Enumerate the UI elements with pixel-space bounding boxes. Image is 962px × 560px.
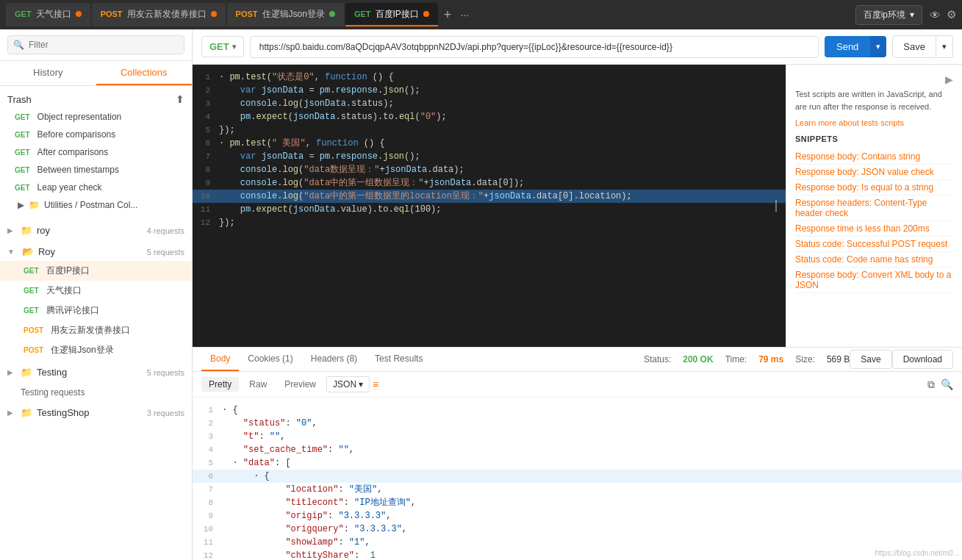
snippet-6[interactable]: Status code: Successful POST request [795,237,953,252]
group-testingshop-header[interactable]: ▶ 📁 TestingShop 3 requests [0,403,192,422]
tab-baidu[interactable]: GET 百度IP接口 [345,3,438,26]
save-chevron-button[interactable]: ▾ [936,35,953,58]
method-badge-get3: GET [12,148,33,157]
preview-button[interactable]: Preview [277,377,323,392]
sidebar-item-after[interactable]: GET After comparisons [0,143,192,161]
cursor-indicator [775,200,777,212]
folder-icon-img: 📁 [29,200,40,210]
group-Roy: ▼ 📂 Roy 5 requests GET 百度IP接口 GET 天气接口 G… [0,243,192,360]
group-roy-header[interactable]: ▶ 📁 roy 4 requests [0,221,192,240]
json-line-2: 2 "status": "0", [193,417,962,430]
group-testing-header[interactable]: ▶ 📁 Testing 5 requests [0,363,192,381]
wrap-icon[interactable]: ≡ [373,378,378,390]
url-input[interactable] [250,36,819,58]
import-icon[interactable]: ⬆ [176,93,184,105]
snippets-collapse-icon[interactable]: ▶ [945,73,953,85]
tab-tianqi[interactable]: GET 天气接口 [6,3,90,26]
json-format-select[interactable]: JSON ▾ [326,376,370,392]
method-badge-get4: GET [12,165,33,175]
snippet-3[interactable]: Response body: Is equal to a string [795,180,953,195]
snippet-8[interactable]: Response body: Convert XML body to a JSO… [795,268,953,293]
env-chevron-icon: ▾ [910,10,914,20]
trash-header[interactable]: Trash ⬆ [0,90,192,108]
tab-collections[interactable]: Collections [96,61,193,85]
item-name-leap: Leap year check [37,182,184,193]
status-label: Status: [644,354,671,365]
resp-tab-headers[interactable]: Headers (8) [302,348,366,371]
response-format-bar: Pretty Raw Preview JSON ▾ ≡ ⧉ 🔍 [193,372,962,398]
gear-icon[interactable]: ⚙ [947,8,956,21]
sidebar-item-zhuluo2[interactable]: POST 住逻辑Json登录 [0,340,192,360]
sidebar-item-baiduIP[interactable]: GET 百度IP接口 [0,261,192,281]
snippets-learn-link[interactable]: Learn more about tests scripts [795,118,953,127]
sidebar-item-between[interactable]: GET Between timestamps [0,161,192,179]
download-button[interactable]: Download [892,350,953,369]
snippets-panel: ▶ Test scripts are written in JavaScript… [786,65,962,347]
send-chevron-button[interactable]: ▾ [870,36,886,57]
watermark: https://blog.csdn.net/m0... [875,549,959,557]
resp-tab-body[interactable]: Body [201,348,239,371]
sidebar-tabs: History Collections [0,61,192,86]
time-label: Time: [725,354,747,365]
testing-requests-label: Testing requests [0,384,192,401]
snippet-5[interactable]: Response time is less than 200ms [795,221,953,237]
chevron-testing: ▶ [7,368,13,376]
pretty-button[interactable]: Pretty [201,377,239,392]
group-Roy-header[interactable]: ▼ 📂 Roy 5 requests [0,243,192,261]
sidebar-item-object[interactable]: GET Object representation [0,108,192,126]
snippet-1[interactable]: Response body: Contains string [795,149,953,165]
status-info: Status: 200 OK Time: 79 ms Size: 569 B [644,354,850,365]
tab-method-get2: GET [354,10,371,18]
code-line-1: 1 · pm.test("状态是0", function () { [193,71,786,84]
code-line-9: 9 console.log("data中的第一组数据呈现："+jsonData.… [193,176,786,190]
group-testingshop-count: 3 requests [147,409,184,417]
sidebar-item-youyun2[interactable]: POST 用友云新发债券接口 [0,320,192,340]
method-select[interactable]: GET ▾ [201,36,244,57]
sidebar-item-before[interactable]: GET Before comparisons [0,126,192,143]
item-name-before: Before comparisons [37,129,184,140]
save-response-button[interactable]: Save [850,350,891,369]
search-json-icon[interactable]: 🔍 [941,378,953,391]
method-get-baidu: GET [21,266,42,276]
sidebar-item-tianqi2[interactable]: GET 天气接口 [0,281,192,301]
group-testing-count: 5 requests [147,368,184,377]
sidebar: 🔍 History Collections Trash ⬆ GET Object… [0,29,193,560]
tab-zhuluo[interactable]: POST 住逻辑Json登录 [227,3,344,26]
tab-more-button[interactable]: ··· [457,9,472,21]
search-input[interactable] [7,35,184,54]
eye-icon[interactable]: 👁 [930,9,941,21]
env-label: 百度ip环境 [864,9,905,21]
right-icons: ⧉ 🔍 [927,378,953,391]
environment-select[interactable]: 百度ip环境 ▾ [855,5,922,25]
tab-youyun[interactable]: POST 用友云新发债券接口 [92,3,226,26]
snippet-7[interactable]: Status code: Code name has string [795,252,953,268]
tab-add-button[interactable]: + [439,7,456,23]
send-button[interactable]: Send [825,36,870,57]
item-tencent: 腾讯评论接口 [46,304,184,317]
folder-icon-Roy: 📂 [22,246,34,257]
copy-icon[interactable]: ⧉ [927,378,935,391]
chevron-Roy: ▼ [7,248,15,256]
snippet-4[interactable]: Response headers: Content-Type header ch… [795,195,953,221]
raw-button[interactable]: Raw [242,377,274,392]
group-Roy-count: 5 requests [147,248,184,256]
save-button[interactable]: Save [892,35,936,58]
code-editor[interactable]: 1 · pm.test("状态是0", function () { 2 var … [193,65,786,347]
method-value: GET [209,41,229,52]
request-bar: GET ▾ Send ▾ Save ▾ [193,29,962,65]
sidebar-item-leap[interactable]: GET Leap year check [0,179,192,196]
resp-tab-test-results[interactable]: Test Results [366,348,431,371]
tab-dot-baidu [423,11,429,17]
group-testingshop: ▶ 📁 TestingShop 3 requests [0,403,192,422]
json-line-1: 1 · { [193,403,962,417]
tab-method-post2: POST [236,10,258,18]
json-line-8: 8 "titlecont": "IP地址查询", [193,496,962,509]
group-testingshop-name: TestingShop [37,407,90,418]
sidebar-item-utilities[interactable]: ▶ 📁 Utilities / Postman Col... [0,196,192,214]
sidebar-item-tencent[interactable]: GET 腾讯评论接口 [0,301,192,320]
resp-tab-cookies[interactable]: Cookies (1) [239,348,301,371]
tab-history[interactable]: History [0,61,96,85]
json-line-9: 9 "origip": "3.3.3.3", [193,509,962,523]
tab-dot-youyun [211,11,217,17]
snippet-2[interactable]: Response body: JSON value check [795,165,953,180]
